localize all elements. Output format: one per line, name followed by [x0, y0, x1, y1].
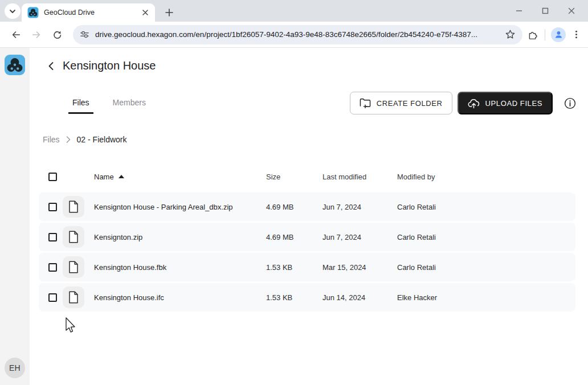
forward-nav-button[interactable]: [27, 26, 46, 44]
file-modified-by: Carlo Retali: [397, 233, 575, 241]
file-last-modified: Jun 7, 2024: [322, 203, 397, 211]
create-folder-button[interactable]: CREATE FOLDER: [350, 92, 452, 114]
url-bar[interactable]: drive.geocloud.hexagon.com/en/project/1b…: [73, 25, 522, 44]
file-modified-by: Carlo Retali: [397, 203, 575, 211]
file-name: Kensignton.zip: [94, 233, 266, 241]
file-last-modified: Jun 7, 2024: [322, 233, 397, 241]
select-all-checkbox[interactable]: [48, 173, 57, 181]
tab-close-icon[interactable]: [140, 7, 150, 18]
upload-files-label: UPLOAD FILES: [485, 99, 542, 108]
geocloud-favicon: [27, 7, 39, 18]
file-name: Kensignton House - Parking Areal_dbx.zip: [94, 203, 266, 211]
cloud-upload-icon: [468, 98, 480, 109]
url-input[interactable]: drive.geocloud.hexagon.com/en/project/1b…: [95, 30, 505, 39]
main-content: Kensington House Files Members CREATE FO…: [30, 48, 588, 385]
file-modified-by: Carlo Retali: [397, 263, 575, 272]
sort-asc-icon: [119, 175, 124, 178]
page-back-button[interactable]: [46, 60, 57, 72]
plus-icon: [165, 9, 173, 17]
row-checkbox[interactable]: [48, 203, 57, 211]
back-arrow-icon: [11, 30, 21, 40]
file-modified-by: Elke Hacker: [397, 293, 575, 302]
row-checkbox[interactable]: [48, 233, 57, 241]
tab-members[interactable]: Members: [109, 97, 150, 114]
table-header-row: Name Size Last modified Modified by: [39, 165, 575, 188]
browser-menu-icon[interactable]: [571, 30, 581, 39]
view-tabs: Files Members: [68, 97, 150, 114]
breadcrumb-current: 02 - Fieldwork: [77, 135, 127, 144]
file-table: Name Size Last modified Modified by Kens…: [39, 165, 575, 313]
file-last-modified: Mar 15, 2024: [322, 263, 397, 272]
reload-icon: [52, 30, 62, 40]
column-header-last-modified[interactable]: Last modified: [322, 173, 397, 181]
page-title: Kensington House: [63, 59, 156, 72]
tab-title: GeoCloud Drive: [44, 9, 140, 17]
table-row[interactable]: Kensington House.fbk 1.53 KB Mar 15, 202…: [39, 253, 575, 281]
column-header-name[interactable]: Name: [94, 173, 266, 181]
file-size: 4.69 MB: [266, 203, 322, 211]
chevron-left-icon: [47, 62, 56, 71]
file-name: Kensington House.fbk: [94, 263, 266, 272]
table-row[interactable]: Kensignton.zip 4.69 MB Jun 7, 2024 Carlo…: [39, 223, 575, 251]
folder-plus-icon: [360, 98, 371, 108]
tab-search-button[interactable]: [5, 3, 21, 19]
row-checkbox[interactable]: [48, 293, 57, 302]
bookmark-star-icon[interactable]: [505, 29, 516, 40]
window-maximize-button[interactable]: [539, 5, 552, 17]
column-header-size[interactable]: Size: [266, 173, 322, 181]
geocloud-logo[interactable]: [5, 55, 25, 75]
file-icon: [68, 200, 79, 213]
profile-person-icon: [554, 30, 564, 39]
back-nav-button[interactable]: [7, 26, 25, 44]
window-close-button[interactable]: [565, 5, 578, 17]
file-icon: [68, 231, 79, 243]
file-type-chip: [63, 286, 84, 308]
info-icon: [564, 97, 576, 109]
window-minimize-button[interactable]: [513, 5, 525, 17]
toolbar-divider: [545, 29, 545, 40]
browser-toolbar: drive.geocloud.hexagon.com/en/project/1b…: [0, 22, 588, 48]
browser-tabstrip: GeoCloud Drive: [0, 0, 588, 22]
file-size: 4.69 MB: [266, 233, 322, 241]
file-icon: [68, 291, 79, 304]
forward-arrow-icon: [31, 30, 42, 40]
file-size: 1.53 KB: [266, 263, 322, 272]
app-sidebar: EH: [0, 48, 30, 385]
file-icon: [68, 261, 79, 273]
browser-profile-button[interactable]: [551, 27, 566, 42]
reload-button[interactable]: [48, 26, 66, 44]
site-settings-icon[interactable]: [80, 30, 89, 39]
chevron-down-icon: [9, 7, 17, 15]
extensions-icon[interactable]: [527, 28, 539, 40]
breadcrumb: Files 02 - Fieldwork: [43, 135, 126, 144]
info-button[interactable]: [563, 96, 577, 110]
user-avatar[interactable]: EH: [5, 358, 25, 378]
chevron-right-icon: [66, 136, 71, 143]
table-row[interactable]: Kensington House.ifc 1.53 KB Jun 14, 202…: [39, 283, 575, 312]
breadcrumb-files[interactable]: Files: [43, 135, 60, 144]
new-tab-button[interactable]: [162, 5, 177, 20]
column-header-modified-by[interactable]: Modified by: [397, 173, 575, 181]
create-folder-label: CREATE FOLDER: [377, 99, 443, 108]
table-row[interactable]: Kensignton House - Parking Areal_dbx.zip…: [39, 192, 575, 221]
file-name: Kensington House.ifc: [94, 293, 266, 302]
browser-tab[interactable]: GeoCloud Drive: [22, 3, 155, 22]
tab-files[interactable]: Files: [68, 97, 93, 114]
file-last-modified: Jun 14, 2024: [322, 293, 397, 302]
file-type-chip: [63, 256, 84, 278]
file-size: 1.53 KB: [266, 293, 322, 302]
file-type-chip: [63, 196, 84, 218]
row-checkbox[interactable]: [48, 263, 57, 272]
upload-files-button[interactable]: UPLOAD FILES: [458, 92, 553, 114]
file-type-chip: [63, 226, 84, 248]
